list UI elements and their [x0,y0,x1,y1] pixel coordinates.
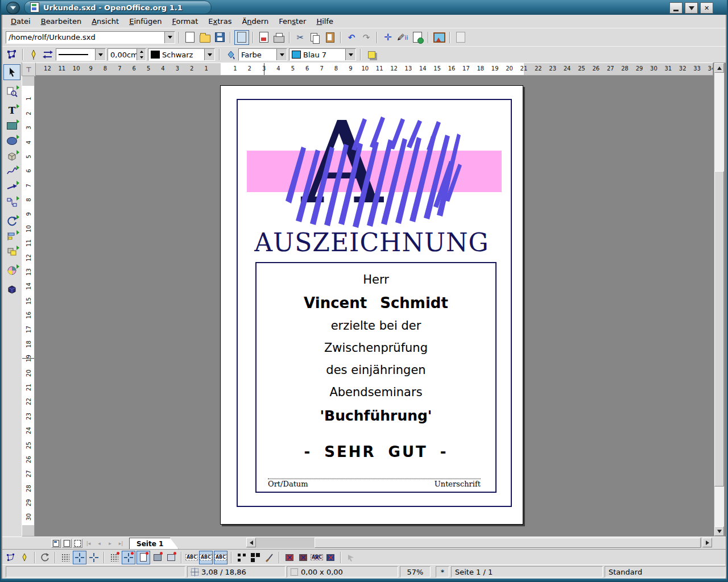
hyperlink-button[interactable] [411,31,424,44]
menu-fenster[interactable]: Fenster [274,16,311,27]
status-size-panel[interactable]: 0,00 x 0,00 [287,566,398,577]
rotation-mode-toggle[interactable] [39,551,51,564]
stylist-button[interactable]: 🖉ii [396,31,410,44]
menu-ansicht[interactable]: Ansicht [86,16,124,27]
minimize-button[interactable] [669,2,682,14]
status-modified-panel[interactable]: * [436,566,449,577]
shade-button[interactable] [685,2,698,14]
effects-tool[interactable] [4,263,20,278]
fill-color-combobox[interactable]: Blau 7 [289,48,356,61]
scroll-down-button[interactable] [714,526,724,536]
line-color-dropdown-button[interactable] [204,49,214,60]
window-menu-button[interactable] [6,2,20,14]
modify-with-attributes-toggle[interactable] [263,551,275,564]
status-page-panel[interactable]: Seite 1 / 1 [451,566,603,577]
arrange-tool[interactable] [4,244,20,259]
vertical-scroll-thumb[interactable] [714,171,724,487]
layer-view-layer-button[interactable] [73,539,82,548]
url-value[interactable]: /home/rolf/Urkunde.sxd [6,32,164,43]
3d-objects-tool[interactable] [4,149,20,164]
arrow-style-button[interactable] [42,48,54,61]
menu-hilfe[interactable]: Hilfe [311,16,338,27]
curve-tool[interactable] [4,164,20,179]
line-width-spin-buttons[interactable] [136,49,146,60]
ellipse-tool[interactable] [4,134,20,148]
status-style-panel[interactable]: Standard [605,566,726,577]
picture-placeholder-toggle[interactable]: ✕ [283,551,296,564]
snap-to-snap-lines-toggle[interactable] [122,551,135,564]
certificate-line[interactable]: - SEHR GUT - [257,439,495,465]
snap-lines-front-toggle[interactable] [88,551,100,564]
open-button[interactable] [198,31,212,44]
line-color-combobox[interactable]: Schwarz [148,48,215,61]
vertical-scrollbar[interactable] [714,63,725,537]
lines-arrows-tool[interactable] [4,180,20,194]
edit-file-button[interactable] [234,30,249,45]
print-button[interactable] [272,31,286,44]
blue-scribble-graphic[interactable] [284,115,462,229]
export-pdf-button[interactable] [257,31,271,44]
page[interactable]: A AUSZEIC [220,85,523,525]
simple-handles-toggle[interactable] [235,551,248,564]
line-dialog-button[interactable] [27,48,40,61]
area-dialog-button[interactable] [224,48,237,61]
menu-einfgen[interactable]: Einfügen [124,16,167,27]
certificate-line[interactable]: erzielte bei der [257,315,495,337]
redo-button[interactable]: ↷ [359,31,373,44]
quick-edit-toggle[interactable]: ABC [185,551,198,564]
fill-type-dropdown-button[interactable] [276,49,287,60]
double-click-edit-toggle[interactable]: ABC [214,551,228,564]
certificate-line[interactable]: Vincent Schmidt [257,291,495,315]
certificate-line[interactable]: 'Buchführung' [257,404,495,429]
horizontal-ruler[interactable]: 1211109876543211234567891011121314151617… [35,63,713,76]
select-text-area-toggle[interactable]: ABC [199,551,213,564]
layer-view-normal-button[interactable] [51,539,61,548]
certificate-textbox[interactable]: HerrVincent Schmidterzielte bei derZwisc… [255,262,497,493]
zoom-tool[interactable] [4,84,20,99]
3d-controller-tool[interactable] [4,282,20,297]
text-tool[interactable]: T [4,103,20,118]
line-width-spinner[interactable]: 0,00cm [107,48,146,61]
rotate-tool[interactable] [4,214,20,228]
rectangle-tool[interactable] [4,118,20,133]
status-zoom-panel[interactable]: 57% [400,566,431,577]
navigator-button[interactable]: ✛ [381,31,395,44]
certificate-heading[interactable]: AUSZEICHNUNG [238,228,506,257]
menu-extras[interactable]: Extras [203,16,237,27]
fill-type-combobox[interactable]: Farbe [238,48,287,61]
scroll-right-button[interactable] [702,538,712,547]
line-style-dropdown-button[interactable] [95,49,105,60]
url-combobox[interactable]: /home/rolf/Urkunde.sxd [6,31,175,44]
save-button[interactable] [213,31,226,44]
certificate-text[interactable]: HerrVincent Schmidterzielte bei derZwisc… [257,269,495,465]
menu-ndern[interactable]: Ändern [237,16,274,27]
vertical-ruler[interactable]: 1234567891011121314151617181920212223242… [22,76,35,537]
snap-to-page-margins-toggle[interactable] [136,551,150,564]
signature-row[interactable]: Ort/Datum Unterschrift [268,479,481,488]
url-dropdown-button[interactable] [164,32,175,43]
page-tab[interactable]: Seite 1 [129,538,179,550]
previous-page-button[interactable]: ◂ [94,539,104,548]
select-tool[interactable] [3,64,20,80]
menu-datei[interactable]: Datei [6,16,36,27]
line-contour-toggle[interactable]: ✕ [324,551,337,564]
alignment-tool[interactable] [4,229,20,244]
first-page-button[interactable]: |◂ [84,539,93,548]
horizontal-scroll-thumb[interactable] [315,538,701,548]
edit-points-toggle[interactable] [5,551,17,564]
exit-group-button[interactable] [345,551,357,564]
certificate-line[interactable]: des einjähringen [257,359,495,381]
snap-lines-visible-toggle[interactable] [73,551,86,564]
drawing-canvas[interactable]: A AUSZEIC [35,76,713,537]
certificate-line[interactable]: Zwischenprüfung [257,337,495,359]
snap-to-object-points-toggle[interactable] [165,551,177,564]
fill-color-dropdown-button[interactable] [345,49,355,60]
snap-to-object-border-toggle[interactable] [151,551,164,564]
next-page-button[interactable]: ▸ [105,539,115,548]
certificate-line[interactable]: Herr [257,269,495,291]
close-button[interactable]: ✕ [700,2,713,14]
edit-points-button[interactable] [6,48,18,61]
last-page-button[interactable]: ▸| [116,539,126,548]
paste-button[interactable] [323,31,337,44]
title-pill[interactable]: Urkunde.sxd - OpenOffice.org 1.1 [24,1,212,14]
